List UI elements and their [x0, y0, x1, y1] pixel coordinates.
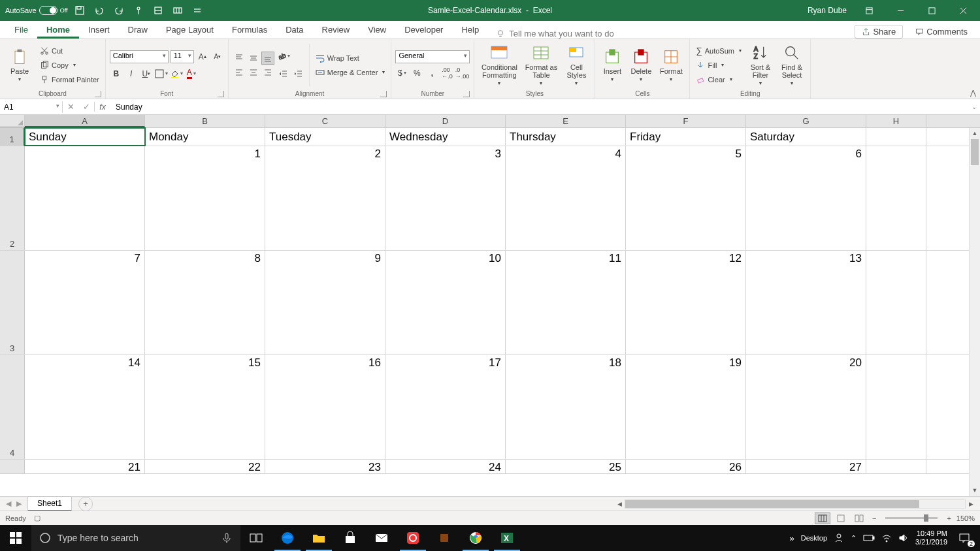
cell-d3[interactable]: 10: [385, 251, 506, 354]
cell-b1[interactable]: Monday: [145, 128, 265, 146]
save-icon[interactable]: [72, 3, 88, 18]
cell-e4[interactable]: 18: [506, 355, 626, 459]
comma-button[interactable]: ,: [425, 67, 438, 80]
insert-cells-button[interactable]: Insert▾: [599, 41, 625, 89]
tab-formulas[interactable]: Formulas: [223, 21, 276, 39]
close-button[interactable]: [949, 0, 977, 21]
cell-f5[interactable]: 26: [626, 460, 746, 473]
cell-b5[interactable]: 22: [145, 460, 265, 473]
collapse-ribbon-icon[interactable]: ⋀: [970, 89, 976, 97]
align-center-icon[interactable]: [247, 66, 260, 79]
cell-g3[interactable]: 13: [746, 251, 866, 354]
col-header-g[interactable]: G: [746, 115, 866, 127]
sheet-nav-next-icon[interactable]: ▶: [14, 499, 24, 508]
tab-file[interactable]: File: [5, 21, 37, 39]
qat-icon-3[interactable]: [170, 3, 186, 18]
mic-icon[interactable]: [221, 532, 233, 544]
qat-icon-1[interactable]: [131, 3, 146, 18]
horizontal-scrollbar[interactable]: [625, 499, 966, 509]
normal-view-button[interactable]: [815, 512, 830, 524]
cell-f4[interactable]: 19: [626, 355, 746, 459]
tray-notifications-icon[interactable]: 2: [954, 527, 975, 548]
row-header-3[interactable]: 3: [0, 251, 25, 354]
italic-button[interactable]: I: [125, 67, 138, 80]
cut-button[interactable]: Cut: [38, 44, 101, 57]
col-header-a[interactable]: A: [25, 115, 145, 127]
decrease-font-icon[interactable]: A▾: [211, 50, 224, 63]
cell-a2[interactable]: [25, 146, 145, 250]
row-header-2[interactable]: 2: [0, 146, 25, 250]
format-painter-button[interactable]: Format Painter: [38, 73, 101, 86]
taskbar-chrome[interactable]: [460, 525, 491, 551]
cell-f1[interactable]: Friday: [626, 128, 746, 146]
scroll-up-icon[interactable]: ▲: [970, 128, 980, 139]
cell-h5[interactable]: [866, 460, 926, 473]
start-button[interactable]: [0, 525, 31, 551]
fill-color-button[interactable]: [170, 67, 183, 80]
cell-d5[interactable]: 24: [385, 460, 506, 473]
tab-view[interactable]: View: [359, 21, 395, 39]
redo-icon[interactable]: [111, 3, 127, 18]
cell-f2[interactable]: 5: [626, 146, 746, 250]
vscroll-thumb[interactable]: [971, 139, 979, 165]
cell-a3[interactable]: 7: [25, 251, 145, 354]
align-right-icon[interactable]: [261, 66, 274, 79]
taskbar-edge[interactable]: [272, 525, 303, 551]
tell-me-search[interactable]: Tell me what you want to do: [496, 29, 613, 39]
user-name[interactable]: Ryan Dube: [808, 6, 847, 15]
taskbar-excel[interactable]: X: [491, 525, 523, 551]
hscroll-left-icon[interactable]: ◀: [614, 501, 625, 507]
hscroll-thumb[interactable]: [625, 500, 919, 508]
row-header-4[interactable]: 4: [0, 355, 25, 459]
align-top-icon[interactable]: [233, 52, 246, 65]
page-break-view-button[interactable]: [851, 512, 867, 524]
taskbar-store[interactable]: [335, 525, 366, 551]
cell-g2[interactable]: 6: [746, 146, 866, 250]
cell-h3[interactable]: [866, 251, 926, 354]
align-left-icon[interactable]: [233, 66, 246, 79]
cell-c5[interactable]: 23: [265, 460, 385, 473]
undo-icon[interactable]: [91, 3, 107, 18]
tray-overflow-icon[interactable]: »: [789, 533, 794, 543]
minimize-button[interactable]: [886, 0, 915, 21]
zoom-level[interactable]: 150%: [956, 514, 975, 522]
enter-formula-icon[interactable]: ✓: [78, 102, 94, 112]
clear-button[interactable]: Clear▾: [694, 73, 743, 86]
tab-insert[interactable]: Insert: [79, 21, 119, 39]
cell-h1[interactable]: [866, 128, 926, 146]
tab-developer[interactable]: Developer: [395, 21, 452, 39]
tray-people-icon[interactable]: [834, 533, 844, 543]
align-bottom-icon[interactable]: [261, 52, 274, 65]
cell-h2[interactable]: [866, 146, 926, 250]
number-format-combo[interactable]: General: [395, 50, 470, 63]
share-button[interactable]: Share: [855, 25, 903, 39]
tab-draw[interactable]: Draw: [119, 21, 157, 39]
cell-c3[interactable]: 9: [265, 251, 385, 354]
decrease-decimal-icon[interactable]: .0→.00: [455, 67, 468, 80]
zoom-out-button[interactable]: −: [870, 514, 879, 522]
cell-c4[interactable]: 16: [265, 355, 385, 459]
accounting-format-button[interactable]: $: [395, 67, 408, 80]
taskbar-mail[interactable]: [366, 525, 397, 551]
cell-d1[interactable]: Wednesday: [385, 128, 506, 146]
font-launcher[interactable]: [218, 91, 224, 97]
paste-button[interactable]: Paste▾: [4, 41, 35, 89]
hscroll-right-icon[interactable]: ▶: [966, 501, 976, 507]
fx-icon[interactable]: fx: [95, 102, 110, 112]
cell-a1[interactable]: Sunday: [25, 128, 145, 146]
sheet-tab-1[interactable]: Sheet1: [27, 496, 72, 511]
clipboard-launcher[interactable]: [95, 91, 101, 97]
increase-decimal-icon[interactable]: .00←.0: [440, 67, 453, 80]
formula-input[interactable]: Sunday: [110, 101, 968, 113]
taskbar-app-1[interactable]: [429, 525, 460, 551]
sheet-nav-prev-icon[interactable]: ◀: [4, 499, 13, 508]
col-header-e[interactable]: E: [506, 115, 626, 127]
maximize-button[interactable]: [917, 0, 946, 21]
vertical-scrollbar[interactable]: ▲ ▼: [969, 128, 980, 496]
format-cells-button[interactable]: Format▾: [657, 41, 685, 89]
scroll-down-icon[interactable]: ▼: [970, 485, 980, 496]
col-header-h[interactable]: H: [866, 115, 926, 127]
wrap-text-button[interactable]: Wrap Text: [314, 52, 387, 65]
decrease-indent-icon[interactable]: [277, 67, 290, 80]
tab-review[interactable]: Review: [313, 21, 359, 39]
